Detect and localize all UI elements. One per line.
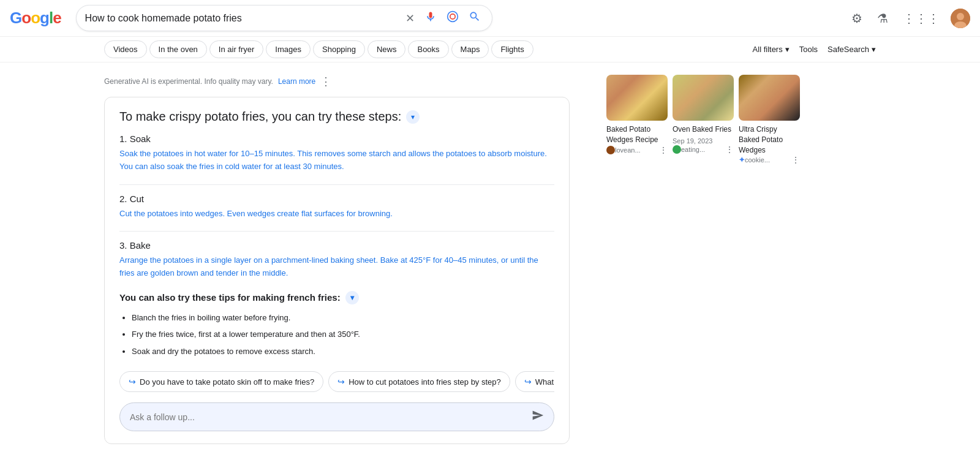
ai-step-3-title: 3. Bake (119, 240, 554, 251)
recipe-card-1-source-icon (606, 146, 615, 154)
ai-tips-title: You can also try these tips for making f… (119, 291, 554, 304)
recipe-cards: Baked Potato Wedges Recipe lovean... ⋮ O… (606, 75, 815, 165)
recipe-card-2-date: Sep 19, 2023 (673, 137, 734, 145)
search-submit-button[interactable] (466, 9, 483, 27)
filter-right-controls: All filters ▾ Tools SafeSearch ▾ (753, 45, 876, 54)
recipe-card-3[interactable]: Ultra Crispy Baked Potato Wedges ✦ cooki… (739, 75, 800, 165)
followup-chip-1-text: Do you have to take potato skin off to m… (140, 377, 314, 387)
followup-input-wrapper (119, 402, 554, 431)
filter-flights[interactable]: Flights (491, 40, 533, 58)
ai-notice-text: Generative AI is experimental. Info qual… (104, 77, 273, 86)
followup-questions-row: ↪ Do you have to take potato skin off to… (119, 369, 554, 394)
ai-response-title: To make crispy potato fries, you can try… (119, 110, 554, 124)
settings-button[interactable]: ⚙ (848, 7, 866, 29)
ai-step-1-body: Soak the potatoes in hot water for 10–15… (119, 148, 554, 173)
ai-title-chevron[interactable]: ▾ (406, 110, 420, 124)
all-filters-label: All filters (753, 45, 783, 54)
followup-arrow-icon: ↪ (129, 377, 136, 387)
ai-step-2: 2. Cut Cut the potatoes into wedges. Eve… (119, 194, 554, 221)
recipe-card-2[interactable]: Oven Baked Fries Sep 19, 2023 eating... … (673, 75, 734, 165)
ai-tips-chevron[interactable]: ▾ (345, 291, 359, 304)
recipe-card-1-title: Baked Potato Wedges Recipe (606, 124, 668, 145)
main-content: Generative AI is experimental. Info qual… (0, 62, 980, 456)
ai-response-box: To make crispy potato fries, you can try… (104, 97, 570, 444)
svg-point-1 (450, 14, 454, 19)
ai-notice-learn-more[interactable]: Learn more (278, 77, 315, 86)
labs-button[interactable]: ⚗ (873, 7, 892, 29)
search-input[interactable]: How to cook homemade potato fries (85, 13, 398, 24)
recipe-card-2-source-icon (673, 145, 681, 154)
ai-step-3-body: Arrange the potatoes in a single layer o… (119, 254, 554, 280)
lens-search-button[interactable] (444, 9, 461, 27)
ai-step-1: 1. Soak Soak the potatoes in hot water f… (119, 134, 554, 173)
followup-input[interactable] (130, 412, 532, 422)
ai-tip-3: Soak and dry the potatoes to remove exce… (132, 345, 554, 358)
voice-search-button[interactable] (422, 9, 439, 27)
ai-step-1-title: 1. Soak (119, 134, 554, 144)
svg-point-0 (447, 12, 458, 22)
filter-maps[interactable]: Maps (451, 40, 489, 58)
ai-notice-menu-button[interactable]: ⋮ (320, 75, 331, 88)
recipe-card-2-title: Oven Baked Fries (673, 124, 734, 135)
recipe-card-1-image (606, 75, 668, 121)
ai-notice: Generative AI is experimental. Info qual… (104, 75, 570, 88)
recipe-card-3-source-icon: ✦ (739, 156, 745, 164)
recipe-card-2-image (673, 75, 734, 121)
recipe-card-3-source-text: cookie... (745, 156, 770, 164)
search-bar: How to cook homemade potato fries ✕ (76, 5, 492, 31)
svg-point-3 (957, 13, 964, 20)
recipe-card-3-source-row: ✦ cookie... ⋮ (739, 155, 800, 165)
recipe-card-2-menu-button[interactable]: ⋮ (725, 145, 734, 154)
followup-chip-1[interactable]: ↪ Do you have to take potato skin off to… (119, 371, 323, 392)
filter-in-the-oven[interactable]: In the oven (149, 40, 207, 58)
filter-in-air-fryer[interactable]: In air fryer (209, 40, 264, 58)
ai-step-2-body: Cut the potatoes into wedges. Even wedge… (119, 208, 554, 221)
right-column: Baked Potato Wedges Recipe lovean... ⋮ O… (606, 75, 815, 444)
google-logo: Google (10, 9, 61, 28)
filter-books[interactable]: Books (408, 40, 448, 58)
ai-tips-list: Blanch the fries in boiling water before… (119, 312, 554, 358)
ai-title-text: To make crispy potato fries, you can try… (119, 110, 401, 124)
followup-chip-3[interactable]: ↪ What is the best oil for fre... (515, 371, 554, 392)
filter-images[interactable]: Images (266, 40, 311, 58)
safesearch-label: SafeSearch (827, 45, 869, 54)
recipe-card-3-menu-button[interactable]: ⋮ (791, 155, 800, 165)
followup-arrow-icon: ↪ (337, 377, 345, 387)
chevron-down-icon: ▾ (872, 45, 876, 54)
tools-button[interactable]: Tools (799, 45, 818, 54)
followup-arrow-icon: ↪ (524, 377, 532, 387)
recipe-card-2-source-row: eating... ⋮ (673, 145, 734, 154)
recipe-card-1-source-text: lovean... (615, 146, 641, 154)
left-column: Generative AI is experimental. Info qual… (104, 75, 570, 444)
filter-videos[interactable]: Videos (104, 40, 147, 58)
followup-chip-2[interactable]: ↪ How to cut potatoes into fries step by… (328, 371, 510, 392)
avatar[interactable] (951, 9, 970, 28)
safesearch-button[interactable]: SafeSearch ▾ (827, 45, 876, 54)
recipe-card-1-menu-button[interactable]: ⋮ (659, 145, 668, 155)
followup-send-button[interactable] (532, 409, 544, 425)
search-clear-button[interactable]: ✕ (403, 10, 417, 26)
ai-step-2-title: 2. Cut (119, 194, 554, 204)
recipe-card-3-title: Ultra Crispy Baked Potato Wedges (739, 124, 800, 155)
header: Google How to cook homemade potato fries… (0, 0, 980, 37)
ai-tip-2: Fry the fries twice, first at a lower te… (132, 328, 554, 341)
recipe-card-1[interactable]: Baked Potato Wedges Recipe lovean... ⋮ (606, 75, 668, 165)
followup-chip-2-text: How to cut potatoes into fries step by s… (349, 377, 501, 387)
filter-shopping[interactable]: Shopping (313, 40, 365, 58)
ai-step-3: 3. Bake Arrange the potatoes in a single… (119, 240, 554, 280)
recipe-card-2-source-text: eating... (681, 146, 705, 153)
header-right: ⚙ ⚗ ⋮⋮⋮ (848, 7, 970, 29)
all-filters-button[interactable]: All filters ▾ (753, 45, 790, 54)
recipe-card-3-image (739, 75, 800, 121)
followup-chip-3-text: What is the best oil for fre... (535, 377, 554, 387)
chevron-down-icon: ▾ (785, 45, 790, 54)
ai-tips-title-text: You can also try these tips for making f… (119, 292, 341, 303)
filter-news[interactable]: News (368, 40, 406, 58)
ai-tip-1: Blanch the fries in boiling water before… (132, 312, 554, 324)
filter-bar: Videos In the oven In air fryer Images S… (0, 37, 980, 62)
recipe-card-1-source-row: lovean... ⋮ (606, 145, 668, 155)
apps-button[interactable]: ⋮⋮⋮ (899, 7, 943, 29)
